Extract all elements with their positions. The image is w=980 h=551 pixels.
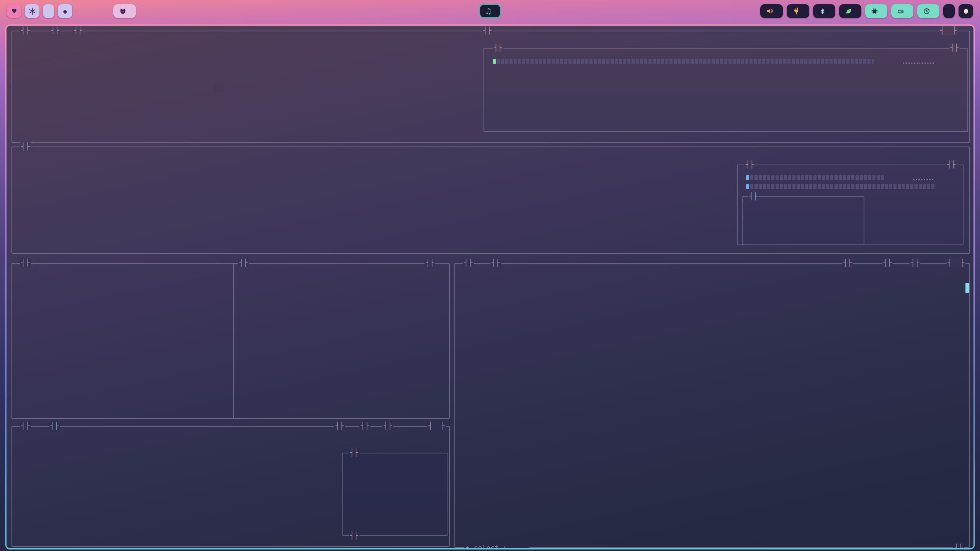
music-note-icon: ♫ [486, 7, 491, 16]
memory-panel: ┤├ ┤├ ┤├ [11, 263, 450, 419]
gpu-panel-title: ┤├ [20, 142, 31, 151]
bar-left-modules: ♥ ◆ [7, 4, 136, 18]
proc-counter: ┤├ [953, 543, 964, 548]
cat-icon [119, 7, 127, 15]
cpu-model-title: ┤├ [493, 43, 503, 52]
proc-reverse-toggle[interactable]: ┤├ [882, 258, 893, 267]
bell-icon [962, 8, 970, 15]
gpu-model-title: ┤├ [745, 160, 755, 169]
vram-title: ┤├ [748, 192, 759, 201]
overview-button[interactable]: ◆ [58, 4, 72, 18]
preset-button[interactable]: ┤├ [73, 26, 83, 35]
vram-utilization-value [752, 219, 859, 228]
proc-footer: ↑ select ↓ [464, 543, 529, 548]
disk-pill[interactable] [891, 4, 913, 18]
vram-used-row [870, 192, 959, 201]
mem-panel-title: ┤├ [20, 258, 31, 267]
speaker-icon [766, 7, 774, 15]
proc-scrollbar-thumb[interactable] [965, 283, 969, 293]
process-panel: ┤├ ┤├ ┤├ ┤├ ┤├ ┤ ├ ↑ select ↓ ┤├ [454, 263, 970, 548]
proc-panel-title: ┤├ [463, 258, 474, 267]
status-bar: ♥ ◆ ♫ [0, 0, 980, 22]
proc-per-core-toggle[interactable]: ┤├ [842, 258, 853, 267]
net-ip-address: ┤├ [49, 421, 60, 430]
cpu-usage-pill[interactable] [839, 4, 861, 18]
disks-title[interactable]: ┤├ [238, 258, 249, 267]
snowflake-icon [29, 8, 36, 15]
update-interval-control[interactable]: ┤ ├ [939, 26, 958, 35]
bluetooth-icon [819, 8, 826, 15]
system-tray[interactable] [943, 4, 955, 18]
gpu-frequency: ┤├ [946, 160, 957, 169]
cpu-frequency: ┤├ [949, 43, 960, 52]
net-stats-box: ┤├ ┤├ [342, 453, 448, 536]
net-panel-title: ┤├ [20, 421, 31, 430]
leaf-icon [845, 8, 852, 15]
clock-display: ┤├ [482, 26, 493, 35]
terminal-window: ┤├ ┤├ ┤├ ┤├ ┤ ├ ┤├ ┤├ ┤├ ┤├ [5, 24, 975, 549]
memory-chip-icon [871, 8, 878, 15]
disks-io-toggle[interactable]: ┤├ [425, 258, 435, 267]
launcher-button[interactable]: ♥ [7, 4, 21, 18]
cpu-usage-graph [17, 39, 479, 138]
clock-pill[interactable] [917, 4, 939, 18]
plug-icon [792, 7, 800, 15]
volume-pill[interactable] [760, 4, 783, 18]
cpu-temp-graph [903, 61, 935, 64]
bluetooth-pill[interactable] [813, 4, 835, 18]
btop-app: ┤├ ┤├ ┤├ ┤├ ┤ ├ ┤├ ┤├ ┤├ ┤├ [7, 26, 973, 548]
cpu-total-row [488, 57, 960, 66]
gpu-util-meter [746, 175, 884, 180]
bar-center-modules: ♫ [479, 4, 501, 18]
net-sync-toggle[interactable]: ┤├ [334, 421, 345, 430]
gpu-pwr-meter [746, 184, 936, 189]
cpu-graph-legend [213, 84, 225, 92]
load-average [734, 120, 960, 128]
upload-title: ┤├ [349, 531, 359, 540]
vram-used-pct [872, 201, 959, 210]
memory-pill[interactable] [865, 4, 887, 18]
net-interface-switcher[interactable]: ┤ ├ [427, 421, 446, 430]
gpu-pwr-row [742, 182, 959, 191]
cpu-core-grid [488, 65, 960, 119]
active-window-pill[interactable] [113, 4, 136, 18]
download-title: ┤├ [349, 448, 359, 457]
vram-total-row [747, 201, 859, 210]
clock-icon [923, 8, 930, 15]
mem-disks-divider [233, 264, 234, 418]
media-player-pill[interactable]: ♫ [479, 4, 501, 18]
proc-sort-selector[interactable]: ┤ ├ [947, 258, 965, 267]
proc-select-hint[interactable]: ↑ select ↓ [466, 543, 507, 548]
net-zero-toggle[interactable]: ┤├ [382, 421, 393, 430]
bar-right-modules [760, 4, 973, 18]
network-pill[interactable] [787, 4, 809, 18]
heart-icon: ♥ [12, 7, 16, 15]
gpu-util-row [742, 173, 959, 183]
diamond-icon: ◆ [63, 7, 67, 15]
net-auto-toggle[interactable]: ┤├ [359, 421, 370, 430]
disk-icon [897, 8, 904, 15]
vram-utilization-row [747, 210, 859, 219]
notifications-button[interactable] [959, 4, 973, 18]
proc-filter-button[interactable]: ┤├ [490, 258, 501, 267]
proc-header-row[interactable] [460, 273, 966, 282]
cpu-panel-title: ┤├ [20, 26, 31, 35]
cpu-total-meter [493, 59, 874, 64]
nixos-button[interactable] [25, 4, 39, 18]
menu-button[interactable]: ┤├ [50, 26, 60, 35]
workspaces [43, 4, 54, 18]
proc-tree-toggle[interactable]: ┤├ [910, 258, 920, 267]
